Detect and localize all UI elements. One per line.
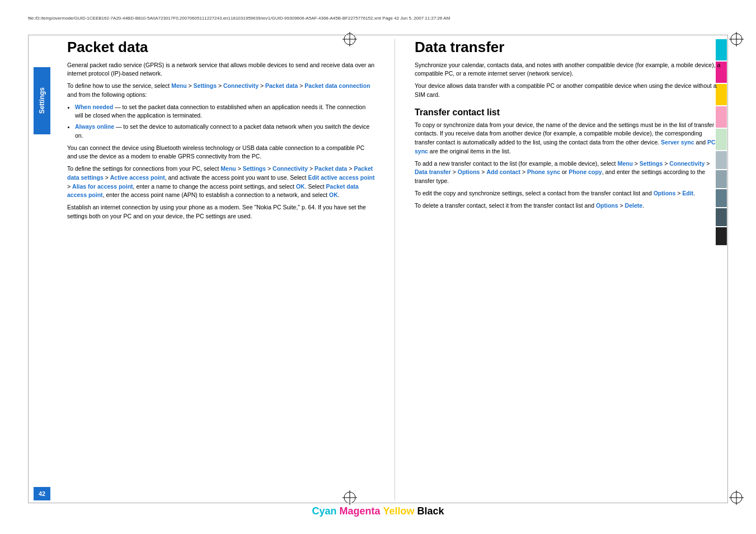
left-para4: To define the settings for connections f…: [67, 165, 375, 200]
cmyk-yellow: Yellow: [383, 505, 414, 517]
bullet-always-online: Always online — to set the device to aut…: [75, 123, 375, 140]
cmyk-black: Black: [417, 505, 444, 517]
right-para4: To add a new transfer contact to the lis…: [415, 160, 722, 186]
page-number: 42: [34, 487, 50, 500]
right-para6: To delete a transfer contact, select it …: [415, 202, 722, 210]
content-columns: Packet data General packet radio service…: [67, 39, 722, 500]
sidebar-tab: Settings: [34, 67, 50, 134]
cmyk-bar: Cyan Magenta Yellow Black: [312, 505, 444, 517]
bullet-when-needed: When needed — to set the packet data con…: [75, 103, 375, 121]
border-left: [28, 35, 29, 503]
cmyk-magenta: Magenta: [339, 505, 380, 517]
right-para3: To copy or synchronize data from your de…: [415, 121, 722, 156]
left-bullet-list: When needed — to set the packet data con…: [75, 103, 375, 140]
right-para5: To edit the copy and synchronize setting…: [415, 189, 722, 198]
left-column: Packet data General packet radio service…: [67, 39, 383, 500]
left-para1: General packet radio service (GPRS) is a…: [67, 61, 375, 79]
right-column: Data transfer Synchronize your calendar,…: [406, 39, 722, 500]
left-para3: You can connect the device using Bluetoo…: [67, 144, 375, 162]
sidebar-label: Settings: [38, 87, 46, 114]
page-container: Settings 42 Packet data General packet r…: [34, 39, 722, 500]
left-para5: Establish an internet connection by usin…: [67, 203, 375, 221]
left-title: Packet data: [67, 39, 375, 55]
filepath-bar: file:/D:/temp/overmode/GUID-1CEEB162-7A2…: [28, 16, 728, 21]
border-bottom: [28, 503, 728, 503]
left-para2: To define how to use the service, select…: [67, 82, 375, 100]
cmyk-cyan: Cyan: [312, 505, 336, 517]
reg-mark-right-top: [728, 31, 745, 48]
right-title: Data transfer: [415, 39, 722, 55]
right-subtitle: Transfer contact list: [415, 107, 722, 118]
right-para1: Synchronize your calendar, contacts data…: [415, 61, 722, 79]
border-top: [28, 35, 728, 35]
filepath-text: file:/D:/temp/overmode/GUID-1CEEB162-7A2…: [28, 16, 450, 21]
right-para2: Your device allows data transfer with a …: [415, 82, 722, 100]
column-divider: [395, 39, 395, 500]
sidebar: Settings 42: [34, 39, 67, 500]
reg-mark-right-bottom: [728, 489, 745, 506]
border-right: [727, 35, 728, 503]
